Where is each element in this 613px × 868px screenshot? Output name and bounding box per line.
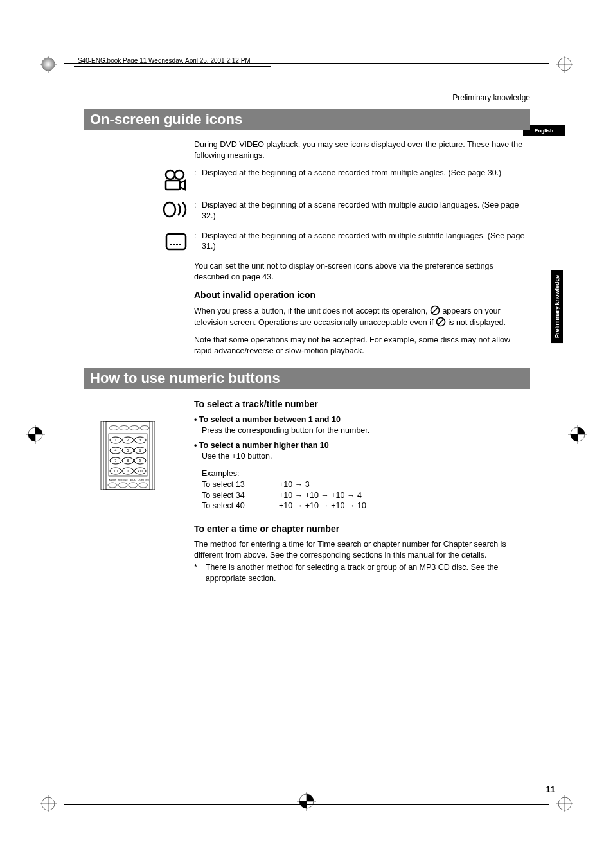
svg-text:ANGLE: ANGLE bbox=[109, 479, 116, 481]
book-page-header: S40-ENG.book Page 11 Wednesday, April 25… bbox=[74, 55, 271, 67]
audio-icon-description: Displayed at the beginning of a scene re… bbox=[202, 200, 530, 222]
enter-time-paragraph: The method for entering a time for Time … bbox=[194, 539, 530, 561]
svg-point-8 bbox=[166, 170, 175, 179]
bullet-item: To select a number between 1 and 10 Pres… bbox=[194, 414, 530, 436]
svg-rect-16 bbox=[179, 244, 181, 245]
example-row: To select 40+10 → +10 → +10 → 10 bbox=[202, 500, 530, 511]
example-steps: +10 → +10 → +10 → 10 bbox=[279, 500, 366, 511]
example-label: To select 34 bbox=[202, 490, 279, 501]
invalid-operation-paragraph-1: When you press a button, if the unit doe… bbox=[194, 305, 530, 328]
registration-left-icon bbox=[26, 425, 45, 447]
svg-text:2: 2 bbox=[127, 438, 129, 442]
section-title-onscreen-icons: On-screen guide icons bbox=[84, 109, 530, 130]
crop-mark-tl bbox=[39, 55, 58, 74]
svg-text:6: 6 bbox=[139, 448, 141, 452]
invalid-operation-paragraph-2: Note that some operations may not be acc… bbox=[194, 335, 530, 357]
text: is not displayed. bbox=[448, 318, 506, 327]
crop-mark-br bbox=[555, 794, 574, 813]
colon: : bbox=[194, 231, 202, 242]
section-title-numeric-buttons: How to use numeric buttons bbox=[84, 368, 530, 389]
svg-text:DIGEST/PG: DIGEST/PG bbox=[138, 479, 149, 481]
svg-point-60 bbox=[139, 483, 148, 488]
select-track-heading: To select a track/title number bbox=[194, 398, 530, 411]
svg-text:+10: +10 bbox=[138, 469, 143, 473]
subtitle-icon-description: Displayed at the beginning of a scene re… bbox=[202, 231, 530, 252]
colon: : bbox=[194, 168, 202, 179]
svg-point-58 bbox=[118, 483, 127, 488]
crop-line bbox=[64, 804, 549, 805]
intro-paragraph: During DVD VIDEO playback, you may see i… bbox=[194, 139, 530, 161]
svg-line-18 bbox=[432, 307, 438, 313]
svg-point-24 bbox=[109, 426, 118, 430]
section-side-tab: Preliminary knowledge bbox=[551, 270, 563, 343]
invalid-operation-heading: About invalid operation icon bbox=[194, 289, 530, 301]
svg-text:AUDIO: AUDIO bbox=[130, 479, 137, 481]
prohibit-icon bbox=[430, 305, 440, 315]
prohibit-icon bbox=[436, 317, 446, 327]
svg-text:3: 3 bbox=[139, 438, 141, 442]
svg-text:8: 8 bbox=[127, 459, 129, 463]
running-head: Preliminary knowledge bbox=[84, 93, 530, 102]
footnote: * There is another method for selecting … bbox=[194, 562, 530, 584]
text: When you press a button, if the unit doe… bbox=[194, 306, 430, 315]
svg-text:SUBTITLE: SUBTITLE bbox=[118, 479, 127, 481]
subtitle-icon bbox=[158, 231, 194, 251]
colon: : bbox=[194, 200, 202, 211]
preference-note: You can set the unit not to display on-s… bbox=[194, 261, 530, 283]
angle-icon-description: Displayed at the beginning of a scene re… bbox=[202, 168, 530, 179]
example-row: To select 34+10 → +10 → +10 → 4 bbox=[202, 490, 530, 501]
asterisk-icon: * bbox=[194, 562, 206, 584]
remote-control-icon: 1 2 3 4 5 6 7 8 9 10 0 +10 ANGLESUBTITLE… bbox=[100, 421, 156, 493]
svg-line-20 bbox=[438, 319, 443, 324]
example-label: To select 40 bbox=[202, 500, 279, 511]
examples-label: Examples: bbox=[202, 468, 530, 479]
svg-rect-13 bbox=[170, 244, 172, 245]
svg-text:9: 9 bbox=[139, 459, 141, 463]
example-steps: +10 → +10 → +10 → 4 bbox=[279, 490, 362, 501]
svg-point-11 bbox=[164, 202, 175, 217]
svg-text:5: 5 bbox=[127, 448, 129, 452]
bullet-body: Press the corresponding button for the n… bbox=[202, 425, 530, 436]
bullet-head: To select a number higher than 10 bbox=[199, 441, 329, 450]
svg-point-1 bbox=[42, 58, 55, 71]
svg-text:7: 7 bbox=[115, 459, 117, 463]
example-row: To select 13+10 → 3 bbox=[202, 479, 530, 490]
example-steps: +10 → 3 bbox=[279, 479, 310, 490]
svg-text:4: 4 bbox=[115, 448, 117, 452]
svg-text:10: 10 bbox=[114, 469, 118, 473]
svg-text:0: 0 bbox=[127, 469, 129, 473]
svg-text:1: 1 bbox=[115, 438, 117, 442]
crop-mark-bl bbox=[39, 794, 58, 813]
registration-right-icon bbox=[568, 425, 587, 447]
crop-mark-tr bbox=[555, 55, 574, 74]
registration-bottom-icon bbox=[297, 792, 316, 813]
bullet-body: Use the +10 button. bbox=[202, 451, 530, 462]
svg-rect-12 bbox=[166, 234, 186, 249]
svg-point-59 bbox=[129, 483, 138, 488]
svg-rect-10 bbox=[166, 181, 180, 190]
enter-time-heading: To enter a time or chapter number bbox=[194, 523, 530, 535]
example-label: To select 13 bbox=[202, 479, 279, 490]
svg-point-25 bbox=[120, 426, 129, 430]
angle-icon bbox=[158, 168, 194, 191]
svg-point-26 bbox=[130, 426, 139, 430]
svg-rect-14 bbox=[173, 244, 175, 245]
svg-point-57 bbox=[108, 483, 117, 488]
svg-point-27 bbox=[140, 426, 149, 430]
svg-point-9 bbox=[175, 170, 184, 179]
svg-rect-15 bbox=[176, 244, 178, 245]
bullet-head: To select a number between 1 and 10 bbox=[199, 415, 341, 424]
page-number: 11 bbox=[546, 784, 555, 794]
bullet-item: To select a number higher than 10 Use th… bbox=[194, 440, 530, 462]
audio-icon bbox=[158, 200, 194, 218]
footnote-text: There is another method for selecting a … bbox=[206, 562, 530, 584]
